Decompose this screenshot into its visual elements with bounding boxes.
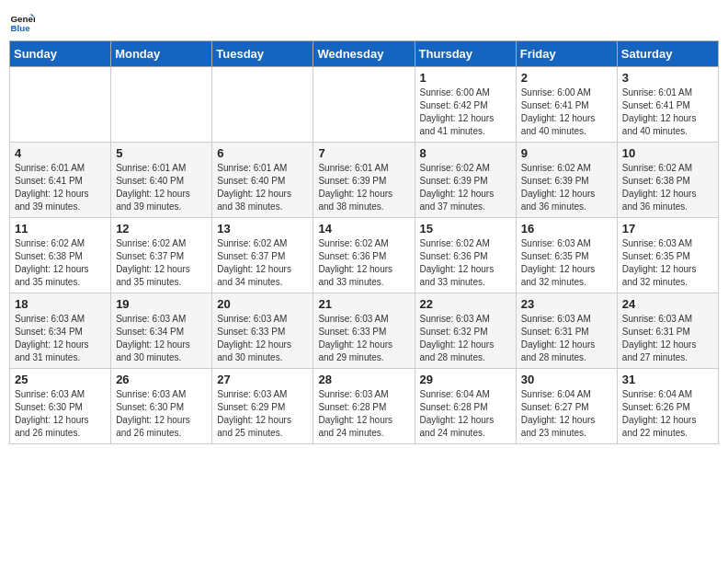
day-info: Sunrise: 6:03 AM Sunset: 6:29 PM Dayligh…: [217, 388, 308, 440]
calendar-cell: 25Sunrise: 6:03 AM Sunset: 6:30 PM Dayli…: [10, 369, 111, 444]
calendar-cell: 26Sunrise: 6:03 AM Sunset: 6:30 PM Dayli…: [111, 369, 212, 444]
calendar-cell: 27Sunrise: 6:03 AM Sunset: 6:29 PM Dayli…: [212, 369, 313, 444]
day-number: 20: [217, 297, 308, 311]
calendar-cell: 20Sunrise: 6:03 AM Sunset: 6:33 PM Dayli…: [212, 293, 313, 369]
header-day-tuesday: Tuesday: [212, 41, 313, 67]
calendar-header: SundayMondayTuesdayWednesdayThursdayFrid…: [10, 41, 719, 67]
day-number: 18: [15, 297, 106, 311]
day-number: 2: [521, 71, 612, 85]
day-info: Sunrise: 6:02 AM Sunset: 6:37 PM Dayligh…: [116, 237, 207, 289]
calendar-cell: 15Sunrise: 6:02 AM Sunset: 6:36 PM Dayli…: [415, 218, 516, 293]
header-day-saturday: Saturday: [617, 41, 718, 67]
calendar-cell: 8Sunrise: 6:02 AM Sunset: 6:39 PM Daylig…: [415, 143, 516, 218]
header-day-sunday: Sunday: [10, 41, 111, 67]
calendar-cell: 22Sunrise: 6:03 AM Sunset: 6:32 PM Dayli…: [415, 293, 516, 369]
calendar-week-5: 25Sunrise: 6:03 AM Sunset: 6:30 PM Dayli…: [10, 369, 719, 444]
day-number: 17: [622, 222, 713, 236]
logo: General Blue: [9, 9, 37, 35]
calendar-cell: 7Sunrise: 6:01 AM Sunset: 6:39 PM Daylig…: [313, 143, 415, 218]
day-info: Sunrise: 6:03 AM Sunset: 6:28 PM Dayligh…: [318, 388, 409, 440]
day-number: 7: [318, 146, 409, 160]
calendar-week-2: 4Sunrise: 6:01 AM Sunset: 6:41 PM Daylig…: [10, 143, 719, 218]
calendar-cell: 30Sunrise: 6:04 AM Sunset: 6:27 PM Dayli…: [516, 369, 617, 444]
day-number: 31: [622, 373, 713, 386]
day-info: Sunrise: 6:03 AM Sunset: 6:32 PM Dayligh…: [420, 313, 511, 364]
day-number: 4: [15, 146, 106, 160]
day-info: Sunrise: 6:03 AM Sunset: 6:33 PM Dayligh…: [217, 313, 308, 364]
day-number: 15: [420, 222, 511, 236]
calendar-cell: 16Sunrise: 6:03 AM Sunset: 6:35 PM Dayli…: [516, 218, 617, 293]
calendar-body: 1Sunrise: 6:00 AM Sunset: 6:42 PM Daylig…: [10, 67, 719, 444]
calendar-cell: 10Sunrise: 6:02 AM Sunset: 6:38 PM Dayli…: [617, 143, 718, 218]
day-info: Sunrise: 6:04 AM Sunset: 6:26 PM Dayligh…: [622, 388, 713, 440]
day-number: 30: [521, 373, 612, 386]
day-info: Sunrise: 6:03 AM Sunset: 6:34 PM Dayligh…: [116, 313, 207, 364]
day-number: 12: [116, 222, 207, 236]
header-day-wednesday: Wednesday: [313, 41, 415, 67]
calendar-cell: 11Sunrise: 6:02 AM Sunset: 6:38 PM Dayli…: [10, 218, 111, 293]
calendar-cell: 14Sunrise: 6:02 AM Sunset: 6:36 PM Dayli…: [313, 218, 415, 293]
day-info: Sunrise: 6:02 AM Sunset: 6:39 PM Dayligh…: [420, 162, 511, 213]
day-info: Sunrise: 6:03 AM Sunset: 6:34 PM Dayligh…: [15, 313, 106, 364]
day-number: 29: [420, 373, 511, 386]
calendar-cell: [212, 67, 313, 143]
calendar-cell: 31Sunrise: 6:04 AM Sunset: 6:26 PM Dayli…: [617, 369, 718, 444]
day-info: Sunrise: 6:01 AM Sunset: 6:41 PM Dayligh…: [622, 86, 713, 138]
calendar-cell: 2Sunrise: 6:00 AM Sunset: 6:41 PM Daylig…: [516, 67, 617, 143]
day-info: Sunrise: 6:03 AM Sunset: 6:35 PM Dayligh…: [622, 237, 713, 289]
day-number: 21: [318, 297, 409, 311]
calendar-cell: 4Sunrise: 6:01 AM Sunset: 6:41 PM Daylig…: [10, 143, 111, 218]
day-info: Sunrise: 6:03 AM Sunset: 6:30 PM Dayligh…: [15, 388, 106, 440]
calendar-week-1: 1Sunrise: 6:00 AM Sunset: 6:42 PM Daylig…: [10, 67, 719, 143]
day-info: Sunrise: 6:00 AM Sunset: 6:42 PM Dayligh…: [420, 86, 511, 138]
day-number: 25: [15, 373, 106, 386]
calendar-cell: 29Sunrise: 6:04 AM Sunset: 6:28 PM Dayli…: [415, 369, 516, 444]
calendar-cell: 12Sunrise: 6:02 AM Sunset: 6:37 PM Dayli…: [111, 218, 212, 293]
day-info: Sunrise: 6:02 AM Sunset: 6:36 PM Dayligh…: [318, 237, 409, 289]
day-info: Sunrise: 6:02 AM Sunset: 6:38 PM Dayligh…: [15, 237, 106, 289]
day-info: Sunrise: 6:03 AM Sunset: 6:30 PM Dayligh…: [116, 388, 207, 440]
day-info: Sunrise: 6:03 AM Sunset: 6:35 PM Dayligh…: [521, 237, 612, 289]
calendar-cell: 28Sunrise: 6:03 AM Sunset: 6:28 PM Dayli…: [313, 369, 415, 444]
calendar-cell: 9Sunrise: 6:02 AM Sunset: 6:39 PM Daylig…: [516, 143, 617, 218]
calendar-cell: 5Sunrise: 6:01 AM Sunset: 6:40 PM Daylig…: [111, 143, 212, 218]
calendar-cell: [111, 67, 212, 143]
day-number: 28: [318, 373, 409, 386]
day-info: Sunrise: 6:01 AM Sunset: 6:39 PM Dayligh…: [318, 162, 409, 213]
day-number: 14: [318, 222, 409, 236]
day-info: Sunrise: 6:02 AM Sunset: 6:37 PM Dayligh…: [217, 237, 308, 289]
day-number: 23: [521, 297, 612, 311]
calendar-cell: 1Sunrise: 6:00 AM Sunset: 6:42 PM Daylig…: [415, 67, 516, 143]
day-info: Sunrise: 6:02 AM Sunset: 6:36 PM Dayligh…: [420, 237, 511, 289]
day-number: 9: [521, 146, 612, 160]
calendar-cell: 3Sunrise: 6:01 AM Sunset: 6:41 PM Daylig…: [617, 67, 718, 143]
day-info: Sunrise: 6:02 AM Sunset: 6:39 PM Dayligh…: [521, 162, 612, 213]
calendar-cell: 6Sunrise: 6:01 AM Sunset: 6:40 PM Daylig…: [212, 143, 313, 218]
calendar-cell: 24Sunrise: 6:03 AM Sunset: 6:31 PM Dayli…: [617, 293, 718, 369]
day-number: 6: [217, 146, 308, 160]
day-number: 8: [420, 146, 511, 160]
calendar-table: SundayMondayTuesdayWednesdayThursdayFrid…: [9, 40, 719, 444]
day-info: Sunrise: 6:04 AM Sunset: 6:28 PM Dayligh…: [420, 388, 511, 440]
calendar-cell: 19Sunrise: 6:03 AM Sunset: 6:34 PM Dayli…: [111, 293, 212, 369]
day-number: 5: [116, 146, 207, 160]
day-number: 24: [622, 297, 713, 311]
day-number: 19: [116, 297, 207, 311]
day-info: Sunrise: 6:02 AM Sunset: 6:38 PM Dayligh…: [622, 162, 713, 213]
day-info: Sunrise: 6:04 AM Sunset: 6:27 PM Dayligh…: [521, 388, 612, 440]
header-day-thursday: Thursday: [415, 41, 516, 67]
day-number: 3: [622, 71, 713, 85]
day-number: 27: [217, 373, 308, 386]
calendar-cell: [313, 67, 415, 143]
day-info: Sunrise: 6:03 AM Sunset: 6:31 PM Dayligh…: [622, 313, 713, 364]
header-day-friday: Friday: [516, 41, 617, 67]
day-number: 26: [116, 373, 207, 386]
calendar-week-4: 18Sunrise: 6:03 AM Sunset: 6:34 PM Dayli…: [10, 293, 719, 369]
logo-icon: General Blue: [9, 9, 35, 35]
day-info: Sunrise: 6:01 AM Sunset: 6:40 PM Dayligh…: [217, 162, 308, 213]
calendar-cell: [10, 67, 111, 143]
calendar-cell: 21Sunrise: 6:03 AM Sunset: 6:33 PM Dayli…: [313, 293, 415, 369]
header-day-monday: Monday: [111, 41, 212, 67]
calendar-cell: 17Sunrise: 6:03 AM Sunset: 6:35 PM Dayli…: [617, 218, 718, 293]
day-info: Sunrise: 6:00 AM Sunset: 6:41 PM Dayligh…: [521, 86, 612, 138]
